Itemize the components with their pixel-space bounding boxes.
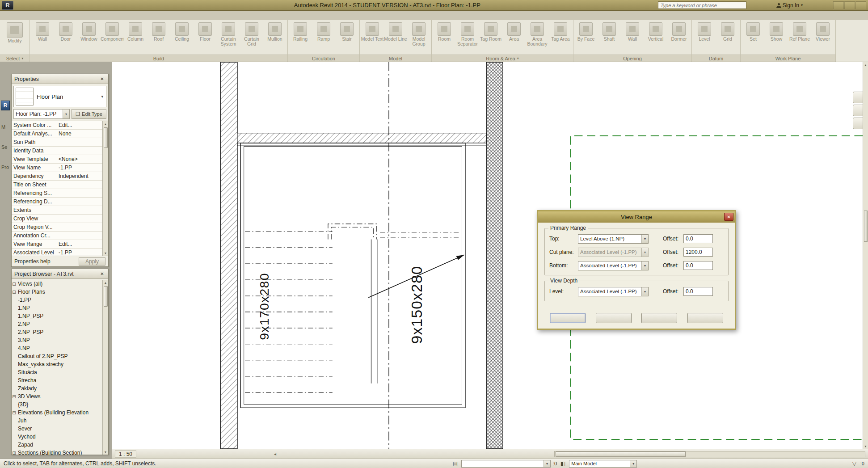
level-select[interactable]: Associated Level (-1.PP) ▾	[578, 248, 649, 257]
chevron-down-icon[interactable]: ▾	[63, 110, 69, 118]
tree-item[interactable]: Callout of 2.NP_PSP	[12, 352, 102, 360]
chevron-down-icon[interactable]: ▾	[544, 460, 550, 467]
tree-item[interactable]: 1.NP	[12, 304, 102, 312]
property-row[interactable]: Referencing S...	[12, 189, 102, 198]
property-value[interactable]	[57, 198, 102, 206]
ribbon-button[interactable]: Modify ▾	[1, 21, 29, 49]
filter-icon[interactable]: ▽	[851, 460, 858, 467]
ribbon-button[interactable]: Mullion ▾	[263, 21, 287, 47]
ribbon-button[interactable]: By Face ▾	[574, 21, 598, 47]
scroll-up-icon[interactable]: ▲	[864, 62, 867, 67]
ribbon-button[interactable]: Ref Plane ▾	[788, 21, 811, 47]
property-row[interactable]: Title on Sheet	[12, 181, 102, 189]
quick-access-icon[interactable]	[74, 1, 83, 9]
instance-combo[interactable]: Floor Plan: -1.PP ▾	[13, 109, 70, 119]
ribbon-button[interactable]: Room Separator ▾	[456, 21, 479, 47]
chevron-down-icon[interactable]: ▾	[641, 261, 648, 270]
apply-button[interactable]: Apply	[79, 257, 105, 266]
tree-item[interactable]: ⊟ Views (all)	[12, 280, 102, 288]
help-area-icon[interactable]	[814, 1, 823, 9]
property-value[interactable]	[57, 206, 102, 214]
worksets-icon[interactable]: ▤	[451, 460, 459, 467]
tree-item[interactable]: ⊞ Sections (Building Section)	[12, 449, 102, 455]
titlebar-icon[interactable]	[756, 1, 765, 9]
ribbon-panel-label[interactable]: Work Plane ▾	[741, 55, 835, 62]
property-row[interactable]: View Template <None> <None>	[12, 155, 102, 164]
ribbon-button[interactable]: Level ▾	[693, 21, 716, 47]
tree-expander-icon[interactable]: ⊟	[12, 290, 17, 295]
tree-expander-icon[interactable]: ⊟	[12, 410, 17, 415]
tree-item[interactable]: -1.PP	[12, 296, 102, 304]
scroll-down-icon[interactable]: ▼	[864, 443, 867, 449]
chevron-down-icon[interactable]: ▾	[630, 460, 636, 467]
ribbon-button[interactable]: Railing ▾	[289, 21, 312, 47]
properties-scrollbar[interactable]: ▲ ▼	[102, 121, 108, 256]
ribbon-button[interactable]: Tag Area ▾	[549, 21, 572, 47]
tree-item[interactable]: Sever	[12, 425, 102, 433]
property-row[interactable]: View Range Edit... Edit...	[12, 240, 102, 249]
close-icon[interactable]: ✕	[724, 213, 733, 221]
quick-access-icon[interactable]	[32, 1, 40, 9]
property-value[interactable]	[57, 181, 102, 189]
ribbon-button[interactable]: Floor ▾	[194, 21, 217, 47]
offset-input[interactable]	[683, 248, 713, 257]
property-row[interactable]: Crop Region V...	[12, 223, 102, 232]
ribbon-panel-label[interactable]: Select ▾	[0, 55, 29, 62]
app-menu-button[interactable]: R	[2, 1, 13, 10]
property-row[interactable]: Identity Data ⌃	[12, 147, 102, 155]
type-selector[interactable]: Floor Plan ▾	[13, 86, 106, 107]
property-row[interactable]: Dependency Independent Independent	[12, 172, 102, 181]
property-value[interactable]: Independent Independent	[57, 172, 102, 180]
scrollbar-thumb[interactable]	[864, 211, 868, 242]
ribbon-button[interactable]: Area Boundary ▾	[526, 21, 549, 47]
ribbon-button[interactable]: Wall ▾	[31, 21, 54, 47]
ribbon-button[interactable]: Curtain Grid ▾	[240, 21, 263, 47]
tree-item[interactable]: Situácia	[12, 368, 102, 376]
property-row[interactable]: Crop View	[12, 215, 102, 223]
close-icon[interactable]: ✕	[99, 271, 105, 276]
property-value[interactable]	[57, 215, 102, 223]
ribbon-button[interactable]: Wall ▾	[621, 21, 644, 47]
quick-access-icon[interactable]	[49, 1, 57, 9]
level-select[interactable]: Associated Level (-1.PP) ▾	[578, 261, 649, 270]
ribbon-button[interactable]: Stair ▾	[335, 21, 358, 47]
tree-item[interactable]: 3.NP	[12, 336, 102, 344]
property-row[interactable]: Default Analys... None None	[12, 130, 102, 138]
tree-item[interactable]: Max_vyska strechy	[12, 360, 102, 368]
properties-help-link[interactable]: Properties help	[14, 258, 51, 265]
ribbon-button[interactable]: Curtain System ▾	[217, 21, 240, 47]
scrollbar-thumb[interactable]	[104, 286, 108, 307]
property-value[interactable]: -1.PP -1.PP	[57, 164, 102, 172]
ribbon-button[interactable]: Shaft ▾	[598, 21, 621, 47]
ribbon-button[interactable]: Viewer ▾	[811, 21, 834, 47]
edit-type-button[interactable]: ❒ Edit Type	[72, 109, 106, 119]
stairwell-outline[interactable]	[240, 143, 465, 408]
sign-in-button[interactable]: Sign In ▾	[775, 2, 805, 8]
close-icon[interactable]: ✕	[99, 76, 105, 81]
ribbon-button[interactable]: Column ▾	[124, 21, 147, 47]
design-options-icon[interactable]: ◧	[559, 460, 567, 467]
property-value[interactable]	[57, 189, 102, 197]
scroll-down-icon[interactable]: ▼	[104, 250, 107, 256]
quick-access-icon[interactable]	[23, 1, 32, 9]
ribbon-button[interactable]: Tag Room ▾	[479, 21, 502, 47]
titlebar-icon[interactable]	[765, 1, 773, 9]
property-row[interactable]: Referencing D...	[12, 198, 102, 206]
offset-input[interactable]	[683, 234, 713, 243]
property-value[interactable]	[57, 147, 102, 155]
tree-item[interactable]: Zapad	[12, 441, 102, 449]
property-row[interactable]: Sun Path	[12, 138, 102, 147]
properties-header[interactable]: Properties ✕	[12, 74, 108, 84]
property-row[interactable]: Extents ⌃	[12, 206, 102, 215]
ribbon-button[interactable]: Ceiling ▾	[170, 21, 194, 47]
ribbon-panel-label[interactable]: Model ▾	[360, 55, 431, 62]
ribbon-panel-label[interactable]: Circulation ▾	[288, 55, 359, 62]
scroll-up-icon[interactable]: ▲	[104, 280, 107, 285]
ribbon-button[interactable]: Area ▾	[502, 21, 526, 47]
drawing-canvas[interactable]: 9x170x280 9x150x280 ▲ ▼ 1 : 50 ◂	[112, 62, 868, 459]
property-value[interactable]: -1.PP -1.PP	[57, 249, 102, 256]
right-wall[interactable]	[486, 62, 503, 449]
property-value[interactable]	[57, 138, 102, 146]
scroll-up-icon[interactable]: ▲	[104, 121, 107, 126]
property-value[interactable]: Edit... Edit...	[57, 240, 102, 248]
